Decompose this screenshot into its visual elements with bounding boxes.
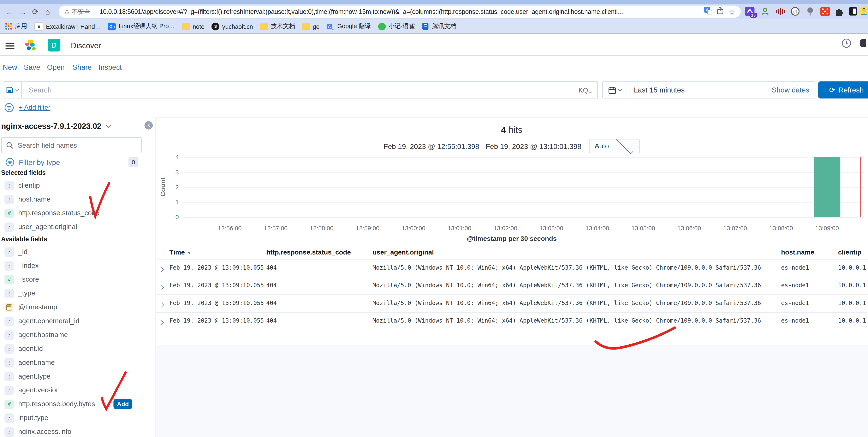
column-host-name[interactable]: host.name [781, 249, 814, 256]
field-item[interactable]: t agent.name [4, 356, 141, 369]
expand-row-icon[interactable] [160, 283, 163, 290]
field-item-user-agent[interactable]: t user_agent.original [4, 221, 141, 233]
table-row[interactable]: Feb 19, 2023 @ 13:09:10.055 404 Mozilla/… [156, 294, 868, 313]
bookmark-linux-course[interactable]: On Linux经课大纲 Pro… [108, 22, 175, 30]
filter-by-type-label: Filter by type [19, 158, 60, 166]
home-icon[interactable]: ⌂ [45, 7, 50, 16]
menu-hamburger-icon[interactable] [6, 41, 14, 51]
bookmark-go[interactable]: go [302, 22, 319, 30]
field-name: http.response.status_code [18, 209, 99, 217]
bookmark-yuchaoit[interactable]: S yuchaoit.cn [212, 22, 253, 30]
saved-query-button[interactable] [3, 81, 22, 98]
yuque-icon [378, 22, 385, 30]
search-input[interactable] [28, 85, 574, 95]
field-item-status-code[interactable]: # http.response.status_code [4, 207, 141, 219]
nav-new[interactable]: New [3, 63, 17, 71]
expand-row-icon[interactable] [160, 319, 163, 325]
search-box[interactable]: KQL [22, 81, 598, 98]
field-item-timestamp[interactable]: @timestamp [4, 301, 141, 313]
table-row[interactable]: Feb 19, 2023 @ 13:09:10.055 404 Mozilla/… [156, 259, 868, 277]
extension-sidebar-icon[interactable] [848, 7, 858, 16]
nav-open[interactable]: Open [47, 63, 65, 71]
elastic-logo[interactable] [24, 39, 38, 54]
bookmark-yuque[interactable]: 小记·语雀 [378, 22, 415, 30]
field-item-clientip[interactable]: t clientip [4, 179, 141, 192]
field-item[interactable]: t agent.version [4, 384, 141, 396]
url-bar[interactable]: ⚠ 不安全 10.0.0.18:5601/app/discover#/?_g=(… [59, 6, 741, 18]
table-row[interactable]: Feb 19, 2023 @ 13:09:10.055 404 Mozilla/… [156, 312, 868, 330]
header-partial-icon[interactable] [858, 38, 866, 48]
bookmark-google-translate[interactable]: G Google 翻译 [327, 22, 371, 30]
histogram-bar[interactable] [814, 157, 840, 217]
quick-select-button[interactable] [603, 82, 627, 98]
field-item[interactable]: t agent.id [4, 343, 141, 355]
column-status-code[interactable]: http.response.status_code [266, 249, 351, 256]
apps-grid-icon [5, 23, 12, 30]
bookmark-excalidraw[interactable]: E Excalidraw | Hand… [34, 22, 101, 31]
field-item[interactable]: t agent.type [4, 370, 141, 382]
reload-icon[interactable]: ⟳ [32, 7, 38, 16]
field-item[interactable]: t _id [4, 246, 141, 258]
field-item[interactable]: t nginx.access.info [4, 426, 141, 437]
field-item-host-name[interactable]: t host.name [4, 193, 141, 205]
field-item[interactable]: t input.type [4, 412, 141, 424]
bookmark-tech-docs[interactable]: 技术文档 [260, 22, 295, 30]
column-time[interactable]: Time▼ [169, 249, 191, 256]
field-item[interactable]: # _score [4, 273, 141, 285]
index-pattern-switcher[interactable]: nginx-access-7.9.1-2023.02 [1, 122, 110, 131]
url-text[interactable]: 10.0.0.18:5601/app/discover#/?_g=(filter… [99, 8, 700, 15]
interval-select[interactable]: Auto [589, 139, 640, 153]
expand-row-icon[interactable] [160, 301, 163, 308]
back-icon[interactable]: ← [6, 7, 13, 16]
extension-dice-icon[interactable] [820, 7, 830, 16]
add-filter-button[interactable]: + Add filter [19, 103, 51, 111]
extension-waveform-icon[interactable] [775, 7, 785, 16]
histogram-plot[interactable] [183, 157, 864, 218]
bookmark-star-icon[interactable]: ☆ [729, 7, 735, 16]
nav-save[interactable]: Save [24, 63, 40, 71]
column-clientip[interactable]: clientip [838, 249, 861, 256]
time-range-value[interactable]: Last 15 minutes [634, 86, 685, 94]
field-name: agent.ephemeral_id [18, 317, 80, 325]
field-item[interactable]: t agent.hostname [4, 329, 141, 341]
show-dates-button[interactable]: Show dates [772, 86, 809, 94]
kql-label[interactable]: KQL [579, 86, 592, 94]
field-search-input[interactable] [17, 141, 136, 150]
share-icon[interactable] [716, 7, 724, 17]
forward-icon[interactable]: → [19, 7, 27, 16]
table-row[interactable]: Feb 19, 2023 @ 13:09:10.055 404 Mozilla/… [156, 277, 868, 295]
extension-tampermonkey-icon[interactable]: 13 [745, 7, 754, 16]
string-field-icon: t [4, 344, 14, 353]
field-item[interactable]: t _index [4, 259, 141, 272]
bookmark-apps[interactable]: 应用 [5, 22, 27, 30]
extension-pin-icon[interactable] [806, 7, 815, 16]
cell-status: 404 [266, 300, 277, 306]
column-user-agent[interactable]: user_agent.original [373, 249, 434, 256]
nav-share[interactable]: Share [72, 63, 92, 71]
cell-clientip: 10.0.0.1 [838, 264, 866, 271]
collapse-sidebar-button[interactable] [145, 121, 153, 129]
expand-row-icon[interactable] [160, 266, 163, 272]
add-field-button[interactable]: Add [114, 399, 132, 409]
field-item[interactable]: t _type [4, 287, 141, 300]
google-translate-icon: G [327, 22, 335, 30]
extension-circle-icon[interactable]: (-) [790, 7, 800, 16]
extension-person-icon[interactable] [761, 7, 770, 16]
string-field-icon: t [4, 194, 14, 204]
bookmark-note[interactable]: note [182, 22, 205, 30]
field-item[interactable]: t agent.ephemeral_id [4, 315, 141, 327]
security-label[interactable]: 不安全 [72, 7, 90, 16]
bookmark-tencent-docs[interactable]: 腾讯文档 [422, 22, 456, 30]
header-status-icon[interactable] [841, 38, 851, 48]
string-field-icon: t [4, 222, 14, 231]
string-field-icon: t [4, 358, 14, 367]
y-tick: 0 [162, 214, 179, 220]
filter-by-type[interactable]: Filter by type 0 [6, 157, 138, 167]
nav-inspect[interactable]: Inspect [98, 63, 122, 71]
field-search-box[interactable] [1, 137, 142, 153]
translate-icon[interactable]: A [704, 7, 712, 17]
filter-icon[interactable] [4, 103, 14, 112]
refresh-button[interactable]: ⟳ Refresh [818, 81, 868, 98]
extensions-puzzle-icon[interactable] [834, 7, 844, 16]
browser-avatar[interactable] [859, 6, 868, 15]
